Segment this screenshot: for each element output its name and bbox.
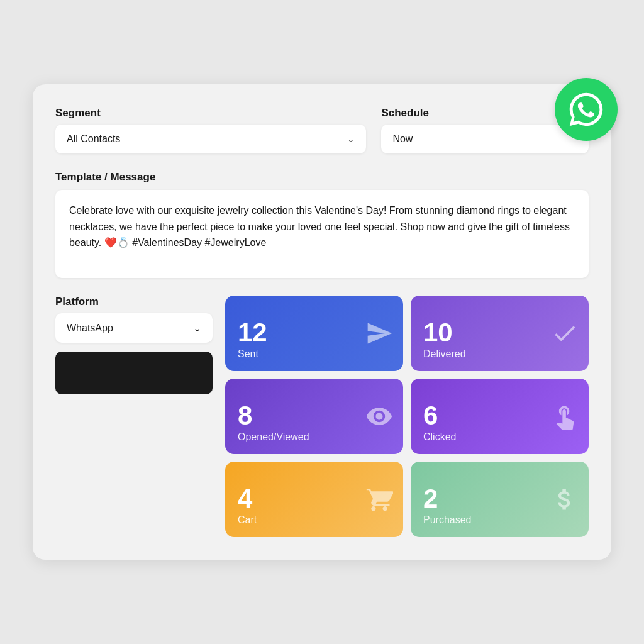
segment-chevron-icon: ⌄ — [347, 134, 355, 144]
bottom-row: Platform WhatsApp ⌄ 12 Sent 10 Delivered… — [55, 296, 589, 537]
schedule-select[interactable]: Now — [381, 125, 589, 153]
main-card: Segment All Contacts ⌄ Schedule Now Temp… — [33, 84, 611, 560]
platform-chevron-icon: ⌄ — [193, 322, 201, 334]
template-section: Template / Message Celebrate love with o… — [55, 171, 589, 278]
segment-label: Segment — [55, 107, 366, 119]
segment-field: Segment All Contacts ⌄ — [55, 107, 366, 153]
stat-card-cart[interactable]: 4 Cart — [225, 462, 403, 537]
platform-select[interactable]: WhatsApp ⌄ — [55, 313, 213, 343]
platform-label: Platform — [55, 296, 213, 308]
stat-card-sent[interactable]: 12 Sent — [225, 296, 403, 371]
message-box[interactable]: Celebrate love with our exquisite jewelr… — [55, 190, 589, 278]
platform-value: WhatsApp — [67, 323, 113, 334]
left-panel: Platform WhatsApp ⌄ — [55, 296, 213, 394]
template-label: Template / Message — [55, 171, 589, 184]
segment-value: All Contacts — [67, 133, 120, 145]
stat-card-delivered[interactable]: 10 Delivered — [411, 296, 589, 371]
stat-label-cart: Cart — [238, 514, 391, 526]
stat-label-purchased: Purchased — [423, 514, 576, 526]
stats-grid: 12 Sent 10 Delivered 8 Opened/Viewed 6 C… — [225, 296, 589, 537]
stat-label-delivered: Delivered — [423, 348, 576, 360]
segment-select[interactable]: All Contacts ⌄ — [55, 125, 366, 153]
whatsapp-badge — [555, 78, 618, 141]
platform-field: Platform WhatsApp ⌄ — [55, 296, 213, 343]
whatsapp-icon — [567, 91, 605, 128]
stat-label-clicked: Clicked — [423, 431, 576, 443]
dark-box — [55, 352, 213, 394]
stat-card-opened[interactable]: 8 Opened/Viewed — [225, 379, 403, 454]
stat-card-clicked[interactable]: 6 Clicked — [411, 379, 589, 454]
stat-label-sent: Sent — [238, 348, 391, 360]
top-row: Segment All Contacts ⌄ Schedule Now — [55, 107, 589, 153]
schedule-value: Now — [392, 133, 413, 145]
stat-label-opened: Opened/Viewed — [238, 431, 391, 443]
stat-card-purchased[interactable]: 2 Purchased — [411, 462, 589, 537]
